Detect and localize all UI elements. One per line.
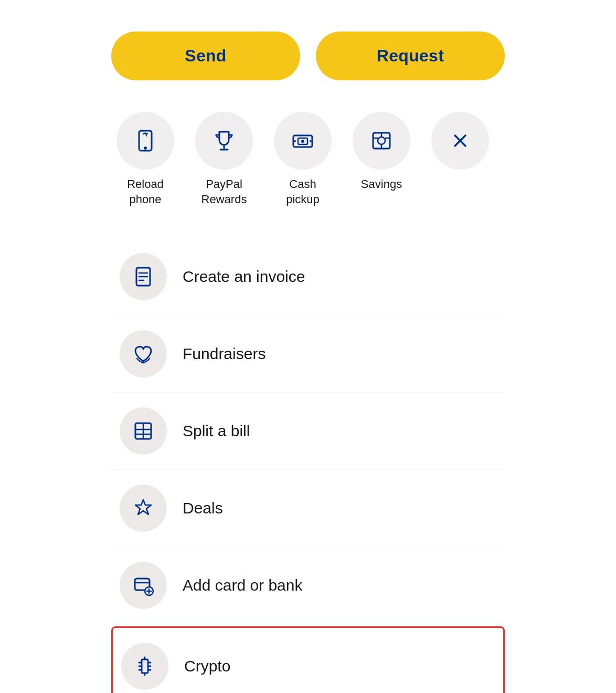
reload-phone-circle bbox=[116, 112, 174, 170]
savings-icon bbox=[369, 129, 394, 153]
invoice-circle bbox=[120, 253, 167, 300]
top-buttons-row: Send Request bbox=[111, 32, 505, 80]
list-item-add-card-bank[interactable]: Add card or bank bbox=[111, 547, 505, 624]
cash-pickup-icon bbox=[291, 129, 315, 153]
quick-action-paypal-rewards[interactable]: PayPalRewards bbox=[190, 112, 258, 207]
paypal-rewards-label: PayPalRewards bbox=[201, 177, 247, 207]
split-bill-label: Split a bill bbox=[183, 422, 250, 440]
deals-label: Deals bbox=[183, 499, 223, 517]
quick-action-close[interactable] bbox=[426, 112, 494, 177]
svg-rect-29 bbox=[142, 659, 148, 673]
create-invoice-label: Create an invoice bbox=[183, 268, 305, 286]
list-item-split-bill[interactable]: Split a bill bbox=[111, 393, 505, 470]
crypto-label: Crypto bbox=[184, 657, 230, 675]
quick-action-savings[interactable]: Savings bbox=[347, 112, 416, 192]
main-container: Send Request Reloadphone bbox=[111, 32, 505, 693]
fundraisers-circle bbox=[120, 330, 167, 377]
list-section: Create an invoice Fundraisers bbox=[111, 238, 505, 693]
send-button[interactable]: Send bbox=[111, 32, 300, 80]
split-bill-circle bbox=[120, 407, 167, 455]
svg-point-5 bbox=[301, 140, 304, 143]
split-bill-icon bbox=[132, 420, 154, 442]
invoice-icon bbox=[132, 266, 154, 288]
crypto-circle bbox=[121, 643, 168, 690]
close-circle bbox=[431, 112, 489, 170]
list-item-fundraisers[interactable]: Fundraisers bbox=[111, 316, 505, 393]
add-card-circle bbox=[120, 562, 167, 609]
savings-circle bbox=[353, 112, 410, 170]
cash-pickup-label: Cashpickup bbox=[286, 177, 320, 207]
cash-pickup-circle bbox=[274, 112, 332, 170]
trophy-icon bbox=[212, 129, 236, 153]
crypto-icon bbox=[134, 655, 156, 677]
svg-point-6 bbox=[294, 140, 296, 142]
svg-point-7 bbox=[310, 140, 312, 142]
savings-label: Savings bbox=[361, 177, 402, 192]
reload-phone-icon bbox=[133, 129, 157, 153]
list-item-crypto[interactable]: Crypto bbox=[111, 626, 505, 693]
add-card-bank-label: Add card or bank bbox=[183, 576, 302, 594]
svg-point-9 bbox=[378, 137, 385, 144]
close-icon bbox=[448, 129, 472, 153]
deals-icon bbox=[132, 497, 154, 519]
quick-actions-row: Reloadphone PayPalRewards bbox=[111, 112, 505, 207]
fundraisers-label: Fundraisers bbox=[183, 345, 265, 363]
list-item-create-invoice[interactable]: Create an invoice bbox=[111, 238, 505, 316]
fundraisers-icon bbox=[132, 343, 154, 365]
add-card-icon bbox=[132, 574, 154, 596]
quick-action-cash-pickup[interactable]: Cashpickup bbox=[269, 112, 337, 207]
request-button[interactable]: Request bbox=[316, 32, 505, 80]
reload-phone-label: Reloadphone bbox=[127, 177, 164, 207]
quick-action-reload-phone[interactable]: Reloadphone bbox=[111, 112, 179, 207]
deals-circle bbox=[120, 485, 167, 532]
list-item-deals[interactable]: Deals bbox=[111, 470, 505, 547]
paypal-rewards-circle bbox=[195, 112, 253, 170]
